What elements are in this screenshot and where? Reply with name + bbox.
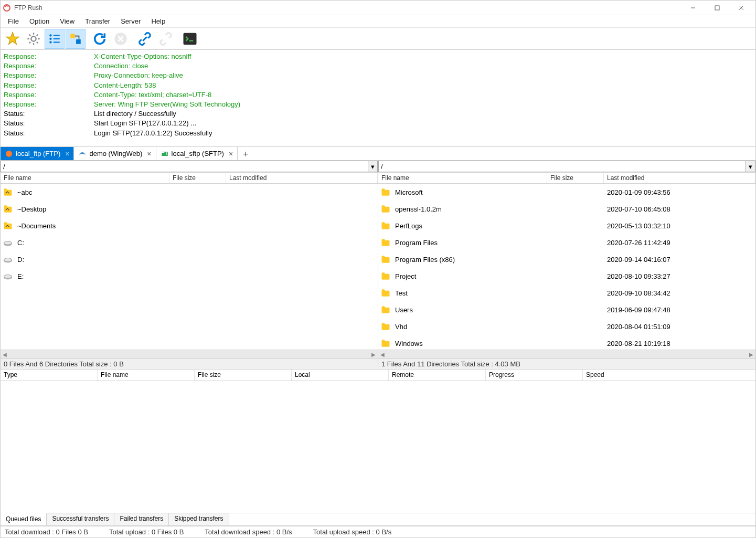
local-file-list[interactable]: ~abc~Desktop~DocumentsC:D:E: — [1, 184, 378, 350]
folder-icon — [380, 338, 391, 349]
queue-tab-queued[interactable]: Queued files — [1, 513, 47, 525]
tab-icon — [5, 150, 13, 158]
log-line: Response:Content-Type: text/xml; charset… — [4, 90, 752, 100]
tab-close-icon[interactable]: × — [65, 150, 69, 158]
remote-pane: ▾ File name File size Last modified Micr… — [378, 161, 755, 369]
local-path-input[interactable] — [1, 161, 368, 172]
toolbar — [1, 28, 755, 50]
remote-col-name[interactable]: File name — [378, 173, 547, 183]
connection-tab[interactable]: demo (WingWeb)× — [74, 146, 156, 160]
connection-tab[interactable]: local_ftp (FTP)× — [1, 146, 74, 160]
remote-path-input[interactable] — [378, 161, 746, 172]
favorites-button[interactable] — [3, 29, 23, 49]
connection-tab[interactable]: SFTPlocal_sftp (SFTP)× — [156, 146, 238, 160]
minimize-button[interactable] — [681, 1, 705, 15]
queue-col-progress[interactable]: Progress — [486, 370, 583, 381]
svg-rect-21 — [76, 39, 81, 44]
tab-label: local_ftp (FTP) — [16, 150, 60, 157]
titlebar: FTP Rush — [1, 1, 755, 15]
queue-col-remote[interactable]: Remote — [389, 370, 486, 381]
file-row[interactable]: openssl-1.0.2m2020-07-10 06:45:08 — [378, 201, 755, 217]
file-row[interactable]: E: — [1, 268, 378, 284]
close-button[interactable] — [729, 1, 753, 15]
svg-rect-19 — [54, 41, 60, 43]
local-pane: ▾ File name File size Last modified ~abc… — [1, 161, 378, 369]
file-name: ~Desktop — [17, 205, 173, 213]
menu-transfer[interactable]: Transfer — [80, 16, 115, 27]
queue-tab-successful[interactable]: Successful transfers — [47, 513, 114, 525]
file-row[interactable]: Program Files2020-07-26 11:42:49 — [378, 234, 755, 251]
statusbar: Total download : 0 Files 0 B Total uploa… — [1, 526, 755, 537]
tab-icon: SFTP — [161, 150, 169, 158]
tab-close-icon[interactable]: × — [147, 150, 151, 158]
local-path-dropdown[interactable]: ▾ — [368, 161, 378, 172]
app-icon — [3, 4, 11, 12]
file-name: Microsoft — [395, 188, 550, 196]
remote-col-mod[interactable]: Last modified — [604, 173, 755, 183]
svg-text:SFTP: SFTP — [161, 150, 169, 156]
file-row[interactable]: ~Desktop — [1, 201, 378, 217]
disconnect-button — [156, 29, 176, 49]
file-name: Program Files (x86) — [395, 256, 550, 263]
menu-file[interactable]: File — [3, 16, 24, 27]
remote-file-list[interactable]: Microsoft2020-01-09 09:43:56openssl-1.0.… — [378, 184, 755, 350]
file-modified: 2020-08-04 01:51:09 — [607, 323, 753, 331]
remote-col-size[interactable]: File size — [547, 173, 604, 183]
file-row[interactable]: C: — [1, 234, 378, 251]
svg-point-32 — [4, 241, 12, 245]
file-row[interactable]: ~Documents — [1, 217, 378, 234]
svg-rect-18 — [54, 38, 60, 39]
status-dlspeed: Total download speed : 0 B/s — [205, 528, 292, 536]
add-connection-tab[interactable]: + — [238, 149, 253, 160]
log-line: Status:Start Login SFTP(127.0.0.1:22) ..… — [4, 119, 752, 128]
log-view-button[interactable] — [45, 29, 65, 49]
drive-icon — [3, 271, 13, 281]
queue-col-filesize[interactable]: File size — [195, 370, 292, 381]
window-title: FTP Rush — [14, 4, 42, 12]
file-panes: ▾ File name File size Last modified ~abc… — [1, 161, 755, 370]
link-folder-icon — [3, 187, 13, 197]
file-name: Users — [395, 306, 550, 314]
queue-col-local[interactable]: Local — [292, 370, 389, 381]
file-row[interactable]: PerfLogs2020-05-13 03:32:10 — [378, 217, 755, 234]
local-col-mod[interactable]: Last modified — [226, 173, 378, 183]
queue-body[interactable] — [1, 381, 755, 513]
file-row[interactable]: Users2019-06-09 09:47:48 — [378, 301, 755, 318]
menu-option[interactable]: Option — [24, 16, 55, 27]
drive-icon — [3, 254, 13, 265]
settings-button[interactable] — [24, 29, 44, 49]
file-row[interactable]: Windows2020-08-21 10:19:18 — [378, 335, 755, 350]
status-upload: Total upload : 0 Files 0 B — [109, 528, 184, 536]
compare-button[interactable] — [66, 29, 86, 49]
tab-close-icon[interactable]: × — [229, 150, 233, 158]
file-row[interactable]: Project2020-08-10 09:33:27 — [378, 268, 755, 284]
terminal-button[interactable] — [180, 29, 200, 49]
file-modified: 2020-07-10 06:45:08 — [607, 205, 753, 213]
local-col-size[interactable]: File size — [169, 173, 226, 183]
menu-view[interactable]: View — [55, 16, 80, 27]
file-row[interactable]: Test2020-09-10 08:34:42 — [378, 284, 755, 301]
menu-server[interactable]: Server — [115, 16, 146, 27]
local-col-name[interactable]: File name — [1, 173, 169, 183]
file-row[interactable]: ~abc — [1, 184, 378, 201]
file-row[interactable]: Vhd2020-08-04 01:51:09 — [378, 318, 755, 335]
log-panel[interactable]: Response:X-Content-Type-Options: nosniff… — [1, 50, 755, 147]
menu-help[interactable]: Help — [146, 16, 171, 27]
svg-point-5 — [31, 36, 36, 41]
refresh-button[interactable] — [90, 29, 110, 49]
connect-button[interactable] — [135, 29, 155, 49]
queue-tab-failed[interactable]: Failed transfers — [114, 513, 169, 525]
svg-point-28 — [6, 151, 12, 157]
file-row[interactable]: Program Files (x86)2020-09-14 04:16:07 — [378, 251, 755, 268]
file-name: Vhd — [395, 323, 550, 331]
file-row[interactable]: Microsoft2020-01-09 09:43:56 — [378, 184, 755, 201]
svg-rect-26 — [184, 33, 197, 45]
file-row[interactable]: D: — [1, 251, 378, 268]
queue-col-speed[interactable]: Speed — [583, 370, 755, 381]
queue-col-type[interactable]: Type — [1, 370, 98, 381]
remote-path-dropdown[interactable]: ▾ — [746, 161, 755, 172]
queue-tab-skipped[interactable]: Skipped transfers — [169, 513, 229, 525]
menubar: File Option View Transfer Server Help — [1, 15, 755, 28]
queue-col-filename[interactable]: File name — [98, 370, 195, 381]
maximize-button[interactable] — [705, 1, 729, 15]
